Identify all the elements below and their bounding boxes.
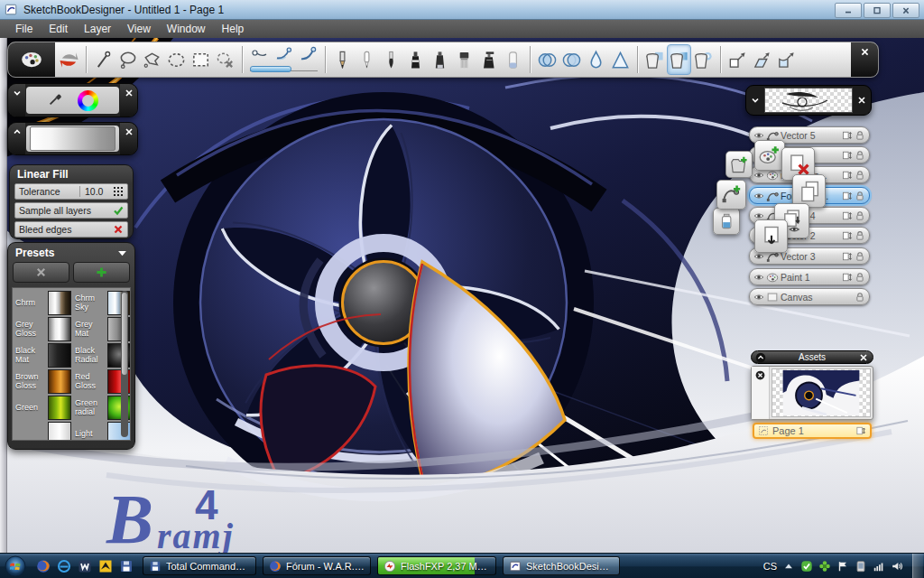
assets-panel-header[interactable]: Assets bbox=[751, 350, 873, 364]
gradient-preview[interactable] bbox=[30, 126, 116, 151]
numpad-grid-icon[interactable] bbox=[113, 186, 124, 197]
close-icon[interactable] bbox=[856, 95, 867, 106]
preset-swatch[interactable] bbox=[48, 291, 71, 315]
hidden-icons-arrow-icon[interactable] bbox=[782, 560, 795, 573]
eyedropper-icon[interactable] bbox=[47, 89, 65, 111]
menu-window[interactable]: Window bbox=[159, 20, 214, 38]
lock-icon[interactable] bbox=[855, 170, 865, 181]
taskbar-button-flashfxp[interactable]: FlashFXP 2,37 MB/s 1... bbox=[377, 556, 496, 575]
preset-item[interactable]: Grey Gloss bbox=[15, 317, 71, 341]
tool-symmetry-y[interactable] bbox=[535, 44, 559, 75]
close-button[interactable] bbox=[892, 3, 919, 18]
visibility-eye-icon[interactable] bbox=[753, 292, 764, 303]
layer-thumbnail[interactable] bbox=[764, 88, 853, 113]
lock-icon[interactable] bbox=[855, 230, 865, 241]
tool-symmetry-x[interactable] bbox=[559, 44, 584, 75]
new-paint-layer-button[interactable] bbox=[754, 140, 785, 171]
tool-bristle-brush[interactable] bbox=[452, 44, 476, 75]
tool-transform-scale[interactable] bbox=[725, 44, 750, 75]
bleed-edges-row[interactable]: Bleed edges bbox=[14, 221, 128, 238]
toolbar-close-button[interactable] bbox=[851, 42, 878, 77]
quicklaunch-internet-explorer-icon[interactable] bbox=[57, 559, 71, 573]
quicklaunch-floppy-icon[interactable] bbox=[119, 559, 134, 573]
tool-pencil[interactable] bbox=[330, 44, 355, 75]
stroke-size-slider[interactable] bbox=[250, 65, 318, 71]
close-icon[interactable] bbox=[858, 352, 869, 363]
tolerance-value[interactable]: 10.0 bbox=[79, 186, 110, 197]
preset-item[interactable]: Green bbox=[15, 396, 71, 420]
tool-water-drop[interactable] bbox=[584, 44, 608, 75]
tool-deselect[interactable] bbox=[213, 44, 237, 75]
network-signal-icon[interactable] bbox=[873, 560, 885, 573]
preset-swatch[interactable] bbox=[48, 396, 71, 420]
taskbar-button-sketchbook[interactable]: SketchBookDesigner ... bbox=[503, 556, 620, 575]
paint-jar-button[interactable] bbox=[713, 208, 740, 235]
tool-airbrush-gun[interactable] bbox=[476, 44, 501, 75]
paper-arrows-icon[interactable] bbox=[842, 272, 853, 283]
tool-stroke-curve[interactable] bbox=[272, 44, 296, 66]
lock-icon[interactable] bbox=[855, 130, 865, 141]
preset-swatch[interactable] bbox=[48, 343, 71, 368]
updater-flower-icon[interactable] bbox=[818, 560, 831, 573]
sync-clipboard-icon[interactable] bbox=[855, 560, 867, 573]
visibility-eye-icon[interactable] bbox=[753, 170, 764, 181]
antivirus-check-icon[interactable] bbox=[800, 560, 813, 573]
delete-preset-button[interactable] bbox=[13, 262, 69, 283]
tool-fill-solid[interactable] bbox=[642, 44, 667, 75]
quicklaunch-firefox-icon[interactable] bbox=[36, 559, 51, 573]
lock-icon[interactable] bbox=[855, 210, 865, 221]
preset-item[interactable] bbox=[15, 422, 71, 441]
paper-arrows-icon[interactable] bbox=[842, 230, 853, 241]
tool-fill-gradient[interactable] bbox=[667, 44, 691, 75]
tool-ellipse-select[interactable] bbox=[164, 44, 189, 75]
preset-swatch[interactable] bbox=[48, 422, 71, 441]
lock-icon[interactable] bbox=[855, 191, 865, 201]
lock-icon[interactable] bbox=[855, 150, 865, 161]
preset-item[interactable]: Black Mat bbox=[15, 343, 71, 368]
close-icon[interactable] bbox=[120, 84, 137, 117]
maximize-button[interactable] bbox=[864, 3, 891, 18]
collapse-chevron-down-icon[interactable] bbox=[750, 95, 761, 106]
paper-arrows-icon[interactable] bbox=[842, 150, 853, 161]
tool-fill-texture[interactable] bbox=[691, 44, 716, 75]
tool-stroke-pin[interactable] bbox=[247, 44, 272, 66]
tool-lasso[interactable] bbox=[116, 44, 140, 75]
presets-menu-icon[interactable] bbox=[117, 247, 127, 259]
scrollbar-thumb[interactable] bbox=[122, 293, 127, 375]
asset-options-icon[interactable] bbox=[752, 367, 770, 419]
add-preset-button[interactable] bbox=[73, 262, 130, 283]
new-folder-button[interactable] bbox=[725, 151, 753, 178]
tool-chisel-marker[interactable] bbox=[428, 44, 452, 75]
volume-icon[interactable] bbox=[891, 560, 903, 573]
tolerance-row[interactable]: Tolerance 10.0 bbox=[14, 183, 128, 200]
close-icon[interactable] bbox=[120, 123, 137, 154]
visibility-eye-icon[interactable] bbox=[753, 191, 764, 201]
tool-ballpoint-pen[interactable] bbox=[355, 44, 379, 75]
new-vector-layer-button[interactable] bbox=[716, 180, 746, 210]
start-button[interactable] bbox=[5, 555, 26, 577]
tool-eraser[interactable] bbox=[501, 44, 525, 75]
menu-edit[interactable]: Edit bbox=[41, 20, 76, 38]
tool-rect-select[interactable] bbox=[189, 44, 213, 75]
collapse-chevron-down-icon[interactable] bbox=[8, 84, 25, 117]
menu-layer[interactable]: Layer bbox=[76, 20, 119, 38]
layer-row-canvas[interactable]: Canvas bbox=[749, 288, 870, 305]
taskbar-button-floppy[interactable]: Total Commander 7.... bbox=[143, 556, 256, 575]
asset-page-item[interactable]: Page 1 bbox=[753, 423, 872, 439]
paper-arrows-icon[interactable] bbox=[842, 251, 853, 262]
collapse-chevron-up-icon[interactable] bbox=[755, 352, 766, 363]
lock-icon[interactable] bbox=[855, 272, 865, 283]
quicklaunch-total-commander-icon[interactable] bbox=[98, 559, 113, 573]
show-desktop-button[interactable] bbox=[912, 554, 923, 578]
lock-icon[interactable] bbox=[855, 292, 865, 303]
paper-stack-icon[interactable] bbox=[855, 425, 866, 436]
presets-scrollbar[interactable] bbox=[121, 291, 128, 437]
lock-icon[interactable] bbox=[855, 251, 865, 262]
taskbar-button-firefox[interactable]: Fórum - W.A.R. fóru... bbox=[263, 556, 371, 575]
sample-all-layers-row[interactable]: Sample all layers bbox=[14, 202, 128, 219]
asset-thumbnail[interactable] bbox=[772, 368, 871, 417]
menu-view[interactable]: View bbox=[119, 20, 159, 38]
tool-marker[interactable] bbox=[403, 44, 428, 75]
tool-color-palette[interactable] bbox=[8, 42, 55, 77]
paper-arrows-icon[interactable] bbox=[842, 191, 853, 201]
